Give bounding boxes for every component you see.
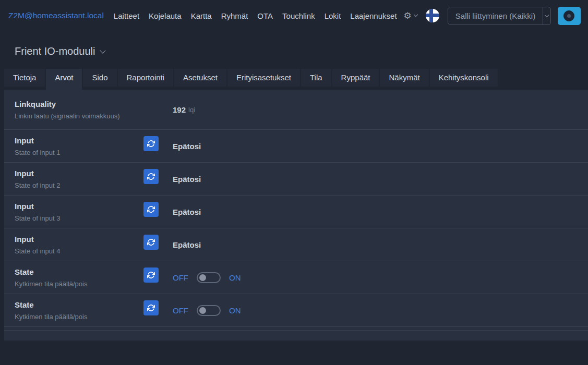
expose-row-input-4: Input State of input 4 Epätosi <box>4 228 588 261</box>
expose-row-state-2: State Kytkimen tila päällä/pois OFF ON <box>4 294 588 327</box>
permit-join-split-button: Salli liittyminen (Kaikki) <box>448 7 551 25</box>
gear-icon: ⚙ <box>404 11 412 20</box>
refresh-button[interactable] <box>143 202 159 217</box>
nav-item-ota[interactable]: OTA <box>253 7 278 25</box>
expose-row-input-2: Input State of input 2 Epätosi <box>4 163 588 196</box>
refresh-icon <box>147 173 155 180</box>
permit-join-caret[interactable] <box>543 7 550 25</box>
input-value: Epätosi <box>173 208 201 216</box>
tab-dev-console[interactable]: Kehityskonsoli <box>430 69 498 87</box>
expose-name: State <box>15 300 143 309</box>
refresh-button[interactable] <box>143 235 159 250</box>
nav-item-dashboard[interactable]: Kojelauta <box>144 7 186 25</box>
expose-name: Input <box>15 169 143 178</box>
linkquality-value: 192 <box>173 105 186 114</box>
tab-settings[interactable]: Asetukset <box>174 69 226 87</box>
expose-row-linkquality: Linkquality Linkin laatu (signaalin voim… <box>4 90 588 130</box>
nav-item-devices[interactable]: Laitteet <box>109 7 144 25</box>
expose-row-state-1: State Kytkimen tila päällä/pois OFF ON <box>4 261 588 294</box>
toggle-off-label[interactable]: OFF <box>173 273 188 282</box>
tab-clusters[interactable]: Ryppäät <box>332 69 379 87</box>
refresh-button[interactable] <box>143 267 159 283</box>
brand-link[interactable]: Z2M@homeassistant.local <box>8 11 104 20</box>
tab-reporting[interactable]: Raportointi <box>118 69 174 87</box>
chevron-down-icon <box>545 13 549 17</box>
toggle-on-label[interactable]: ON <box>229 273 241 282</box>
refresh-icon <box>147 304 155 312</box>
tab-exposes[interactable]: Arvot <box>46 69 82 90</box>
tab-bind[interactable]: Sido <box>83 69 116 87</box>
refresh-icon <box>147 238 155 246</box>
refresh-button[interactable] <box>143 136 159 151</box>
input-value: Epätosi <box>173 175 201 184</box>
expose-row-input-1: Input State of input 1 Epätosi <box>4 130 588 163</box>
expose-name: Input <box>15 235 143 244</box>
expose-description: State of input 2 <box>15 181 143 189</box>
expose-row-input-3: Input State of input 3 Epätosi <box>4 196 588 228</box>
expose-description: State of input 3 <box>15 214 143 222</box>
tab-state[interactable]: Tila <box>301 69 331 87</box>
refresh-icon <box>147 140 155 148</box>
expose-name: Input <box>15 136 143 145</box>
device-tabs: Tietoja Arvot Sido Raportointi Asetukset… <box>4 69 588 90</box>
refresh-icon <box>147 271 155 279</box>
input-value: Epätosi <box>173 142 201 151</box>
expose-description: Kytkimen tila päällä/pois <box>15 313 143 321</box>
refresh-button[interactable] <box>143 169 159 184</box>
tab-settings-specific[interactable]: Erityisasetukset <box>227 69 300 87</box>
refresh-icon <box>147 205 155 213</box>
nav-item-map[interactable]: Kartta <box>186 7 217 25</box>
toggle-knob <box>199 307 206 314</box>
toggle-knob <box>199 274 206 281</box>
expose-description: State of input 1 <box>15 149 143 156</box>
toggle-off-label[interactable]: OFF <box>173 306 188 315</box>
page-title: Frient IO-moduuli <box>15 45 95 57</box>
expose-description: Linkin laatu (signaalin voimakkuus) <box>15 112 143 120</box>
top-navbar: Z2M@homeassistant.local Laitteet Kojelau… <box>0 0 588 31</box>
expose-name: Linkquality <box>15 100 143 108</box>
settings-dropdown[interactable]: ⚙ <box>404 11 417 20</box>
card-bottom-padding <box>4 331 588 340</box>
theme-toggle-button[interactable] <box>558 7 581 25</box>
nav-item-groups[interactable]: Ryhmät <box>217 7 253 25</box>
chevron-down-icon <box>414 13 418 17</box>
expose-description: State of input 4 <box>15 247 143 255</box>
expose-name: State <box>15 267 143 276</box>
state-toggle[interactable] <box>197 305 221 316</box>
theme-auto-icon <box>563 10 574 21</box>
expose-description: Kytkimen tila päällä/pois <box>15 280 143 288</box>
tab-about[interactable]: Tietoja <box>4 69 45 87</box>
toggle-on-label[interactable]: ON <box>229 306 241 315</box>
device-title-dropdown[interactable]: Frient IO-moduuli <box>0 31 588 57</box>
refresh-button[interactable] <box>143 300 159 315</box>
permit-join-button[interactable]: Salli liittyminen (Kaikki) <box>448 7 543 25</box>
nav-item-touchlink[interactable]: Touchlink <box>278 7 320 25</box>
exposes-card: Linkquality Linkin laatu (signaalin voim… <box>4 90 588 340</box>
nav-item-extensions[interactable]: Laajennukset <box>345 7 401 25</box>
expose-name: Input <box>15 202 143 211</box>
input-value: Epätosi <box>173 240 201 249</box>
nav-item-logs[interactable]: Lokit <box>320 7 346 25</box>
state-toggle[interactable] <box>197 272 221 283</box>
finnish-flag-icon[interactable] <box>426 9 439 22</box>
tab-scenes[interactable]: Näkymät <box>380 69 428 87</box>
linkquality-unit: lqi <box>188 106 195 114</box>
table-bottom-divider <box>4 327 588 331</box>
chevron-down-icon <box>100 47 105 53</box>
